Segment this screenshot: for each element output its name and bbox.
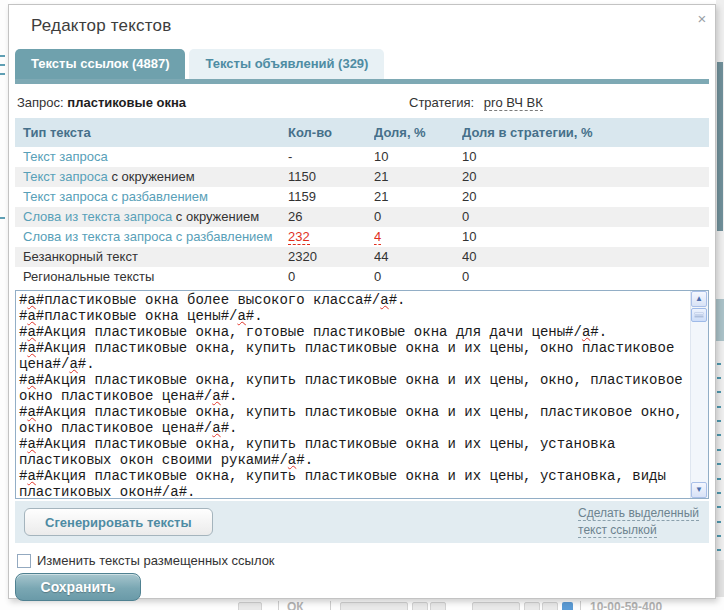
count-cell: -: [288, 147, 374, 167]
share-cell: 21: [374, 167, 462, 187]
tab-underline-bar: [15, 79, 709, 84]
text-type-cell: Слова из текста запроса с окружением: [15, 207, 288, 227]
table-row: Слова из текста запроса с разбавлением23…: [15, 227, 709, 247]
share-cell-alert[interactable]: 4: [374, 229, 381, 245]
count-cell: 232: [288, 227, 374, 247]
scroll-down-icon[interactable]: ▼: [691, 482, 707, 498]
table-row: Текст запроса-1010: [15, 147, 709, 167]
text-editor-dialog: Редактор текстов × Тексты ссылок (4887) …: [8, 4, 716, 599]
background-number-text: 10-00-59-400: [590, 600, 662, 610]
share-cell: 44: [374, 247, 462, 267]
scroll-up-icon[interactable]: ▲: [691, 291, 707, 307]
table-row: Слова из текста запроса с окружением2600: [15, 207, 709, 227]
table-row: Безанкорный текст23204440: [15, 247, 709, 267]
text-type-link[interactable]: Текст запроса: [23, 149, 108, 164]
share-cell: 0: [374, 207, 462, 227]
strategy-share-cell: 20: [462, 167, 709, 187]
save-button[interactable]: Сохранить: [15, 573, 141, 601]
generate-texts-button[interactable]: Сгенерировать тексты: [24, 508, 213, 536]
query-value: пластиковые окна: [67, 95, 186, 110]
count-cell: 2320: [288, 247, 374, 267]
dialog-title: Редактор текстов: [31, 16, 171, 36]
background-ok-label: ОК: [287, 600, 304, 610]
text-type-link[interactable]: Текст запроса с разбавлением: [23, 189, 208, 204]
text-type-link[interactable]: Слова из текста запроса: [23, 209, 172, 224]
count-cell: 0: [288, 267, 374, 287]
table-row: Текст запроса с окружением11502120: [15, 167, 709, 187]
change-placed-links-checkbox[interactable]: [17, 554, 31, 568]
text-type-link[interactable]: Текст запроса: [23, 169, 108, 184]
tab-bar: Тексты ссылок (4887) Тексты объявлений (…: [15, 49, 384, 79]
background-page-right-edge: [716, 0, 724, 610]
strategy-share-cell: 10: [462, 147, 709, 167]
table-row: Текст запроса с разбавлением11592120: [15, 187, 709, 207]
share-cell: 10: [374, 147, 462, 167]
share-cell: 0: [374, 267, 462, 287]
tab-ad-texts[interactable]: Тексты объявлений (329): [189, 49, 384, 79]
text-type-cell: Слова из текста запроса с разбавлением: [15, 227, 288, 247]
column-header: Кол-во: [288, 118, 374, 147]
text-type-link[interactable]: Слова из текста запроса с разбавлением: [23, 229, 273, 244]
column-header: Доля, %: [374, 118, 462, 147]
strategy-share-cell: 0: [462, 267, 709, 287]
count-cell: 26: [288, 207, 374, 227]
strategy-selector[interactable]: pro ВЧ ВК: [484, 95, 543, 111]
share-cell: 4: [374, 227, 462, 247]
strategy-label: Стратегия:: [409, 95, 474, 110]
text-type-cell: Безанкорный текст: [15, 247, 288, 267]
page-scrollbar-sliver: [717, 62, 723, 231]
strategy-share-cell: 20: [462, 187, 709, 207]
query-label: Запрос:: [17, 95, 64, 110]
tab-link-texts[interactable]: Тексты ссылок (4887): [15, 49, 185, 79]
background-page-left-edge: [0, 0, 8, 610]
count-cell: 1159: [288, 187, 374, 207]
texts-textarea[interactable]: #a#пластиковые окна более высокого класс…: [16, 291, 691, 498]
meta-row: Запрос: пластиковые окна Стратегия: pro …: [17, 95, 707, 113]
text-type-cell: Текст запроса: [15, 147, 288, 167]
checkbox-row: Изменить тексты размещенных ссылок: [17, 553, 275, 568]
strategy-share-cell: 10: [462, 227, 709, 247]
table-header-row: Тип текстаКол-воДоля, %Доля в стратегии,…: [15, 118, 709, 147]
count-cell: 1150: [288, 167, 374, 187]
text-type-cell: Текст запроса с окружением: [15, 167, 288, 187]
column-header: Тип текста: [15, 118, 288, 147]
generate-bar: Сгенерировать тексты Сделать выделенный …: [15, 501, 709, 543]
text-type-cell: Региональные тексты: [15, 267, 288, 287]
share-cell: 21: [374, 187, 462, 207]
scroll-thumb[interactable]: [691, 308, 707, 322]
close-icon[interactable]: ×: [694, 11, 710, 27]
table-row: Региональные тексты000: [15, 267, 709, 287]
checkbox-label: Изменить тексты размещенных ссылок: [37, 553, 275, 568]
strategy-share-cell: 0: [462, 207, 709, 227]
text-types-table: Тип текстаКол-воДоля, %Доля в стратегии,…: [15, 118, 709, 287]
text-type-cell: Текст запроса с разбавлением: [15, 187, 288, 207]
background-icon: [562, 602, 573, 610]
column-header: Доля в стратегии, %: [462, 118, 709, 147]
texts-editor: #a#пластиковые окна более высокого класс…: [15, 290, 709, 499]
count-cell-alert[interactable]: 232: [288, 229, 310, 245]
strategy-share-cell: 40: [462, 247, 709, 267]
make-selected-text-link[interactable]: Сделать выделенный текст ссылкой: [578, 505, 699, 539]
editor-scrollbar[interactable]: ▲ ▼: [690, 291, 708, 498]
